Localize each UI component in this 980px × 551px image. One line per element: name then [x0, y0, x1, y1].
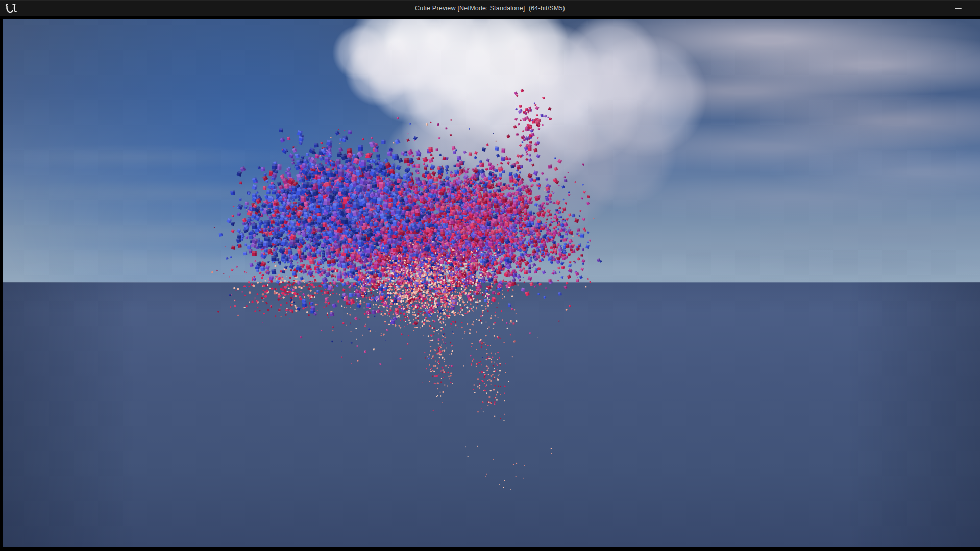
window-title: Cutie Preview [NetMode: Standalone] (64-…: [0, 1, 980, 16]
minimize-button[interactable]: [949, 1, 967, 16]
window-titlebar: Cutie Preview [NetMode: Standalone] (64-…: [0, 0, 980, 16]
minimize-icon: [955, 8, 962, 9]
game-viewport-frame: [3, 19, 980, 547]
app-window: Cutie Preview [NetMode: Standalone] (64-…: [0, 0, 980, 551]
game-viewport[interactable]: [3, 19, 980, 547]
